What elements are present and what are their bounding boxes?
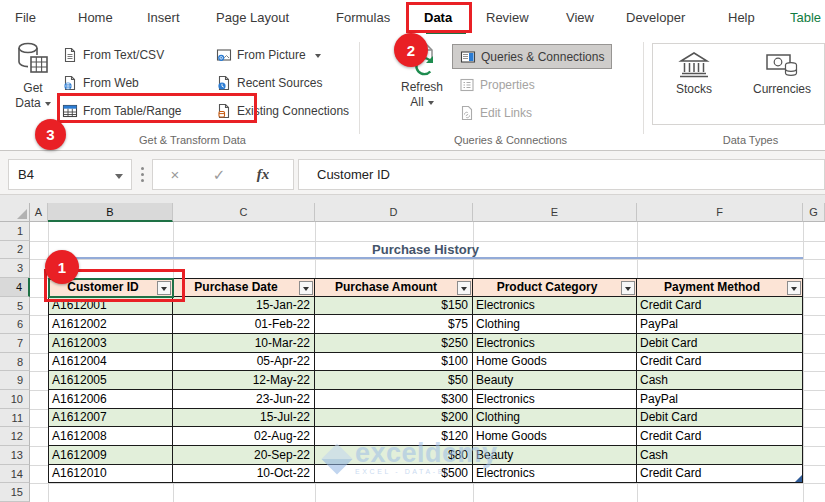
cell[interactable]: $150 (315, 297, 473, 316)
cell[interactable]: A1612002 (48, 315, 173, 334)
cell[interactable]: Credit Card (637, 427, 803, 446)
table-header-payment-method[interactable]: Payment Method (637, 278, 803, 297)
cell[interactable]: $300 (315, 390, 473, 409)
from-web-button[interactable]: From Web (62, 73, 139, 93)
from-picture-button[interactable]: From Picture (216, 45, 321, 65)
row-header-8[interactable]: 8 (0, 353, 30, 372)
row-header-14[interactable]: 14 (0, 465, 30, 484)
cell[interactable]: A1612007 (48, 409, 173, 428)
recent-sources-button[interactable]: Recent Sources (216, 73, 322, 93)
cell[interactable]: Electronics (473, 465, 637, 484)
row-header-7[interactable]: 7 (0, 334, 30, 353)
cell[interactable]: A1612006 (48, 390, 173, 409)
cell[interactable]: Clothing (473, 409, 637, 428)
cell[interactable]: Debit Card (637, 409, 803, 428)
ribbon-tab-file[interactable]: File (15, 0, 36, 36)
cell[interactable]: 12-May-22 (173, 371, 315, 390)
row-header-5[interactable]: 5 (0, 297, 30, 316)
cell[interactable]: Cash (637, 446, 803, 465)
name-box-dropdown-icon[interactable] (115, 174, 123, 183)
properties-button[interactable]: Properties (459, 75, 535, 95)
currencies-button[interactable]: Currencies (745, 50, 819, 97)
column-header-e[interactable]: E (473, 203, 637, 222)
row-header-6[interactable]: 6 (0, 315, 30, 334)
cell[interactable]: 01-Feb-22 (173, 315, 315, 334)
enter-button[interactable]: ✓ (197, 166, 241, 184)
select-all-button[interactable] (0, 203, 30, 222)
ribbon-tab-developer[interactable]: Developer (626, 0, 685, 36)
cell[interactable]: 05-Apr-22 (173, 353, 315, 372)
cell[interactable]: $250 (315, 334, 473, 353)
row-header-12[interactable]: 12 (0, 427, 30, 446)
ribbon-tab-formulas[interactable]: Formulas (336, 0, 390, 36)
filter-dropdown-button[interactable] (621, 281, 635, 295)
edit-links-button[interactable]: Edit Links (459, 103, 532, 123)
row-header-3[interactable]: 3 (0, 259, 30, 278)
ribbon-tab-review[interactable]: Review (486, 0, 529, 36)
cell[interactable]: PayPal (637, 315, 803, 334)
cell[interactable]: 23-Jun-22 (173, 390, 315, 409)
queries-connections-button[interactable]: Queries & Connections (452, 44, 612, 69)
table-header-product-category[interactable]: Product Category (473, 278, 637, 297)
cell[interactable]: Credit Card (637, 465, 803, 484)
row-header-13[interactable]: 13 (0, 446, 30, 465)
cell[interactable]: A1612010 (48, 465, 173, 484)
cell[interactable]: Home Goods (473, 427, 637, 446)
row-header-10[interactable]: 10 (0, 390, 30, 409)
cell[interactable]: Clothing (473, 315, 637, 334)
ribbon-tab-help[interactable]: Help (728, 0, 755, 36)
column-header-d[interactable]: D (315, 203, 473, 222)
cell[interactable]: Beauty (473, 446, 637, 465)
stocks-button[interactable]: Stocks (663, 50, 725, 97)
row-header-4[interactable]: 4 (0, 278, 30, 297)
cell[interactable]: Electronics (473, 390, 637, 409)
ribbon-tab-insert[interactable]: Insert (147, 0, 180, 36)
cell[interactable]: Electronics (473, 297, 637, 316)
row-header-2[interactable]: 2 (0, 241, 30, 260)
cell[interactable]: 10-Oct-22 (173, 465, 315, 484)
cell[interactable]: A1612003 (48, 334, 173, 353)
column-header-b[interactable]: B (48, 203, 173, 222)
cell[interactable]: A1612008 (48, 427, 173, 446)
ribbon-tab-view[interactable]: View (566, 0, 594, 36)
ribbon-tab-home[interactable]: Home (78, 0, 113, 36)
cell[interactable]: Beauty (473, 371, 637, 390)
column-header-f[interactable]: F (637, 203, 803, 222)
cell[interactable]: PayPal (637, 390, 803, 409)
column-header-c[interactable]: C (173, 203, 315, 222)
from-text-csv-button[interactable]: From Text/CSV (62, 45, 164, 65)
cell[interactable]: Cash (637, 371, 803, 390)
name-box[interactable]: B4 (8, 159, 132, 190)
row-header-11[interactable]: 11 (0, 409, 30, 428)
cell[interactable]: 15-Jul-22 (173, 409, 315, 428)
table-resize-handle[interactable] (795, 475, 802, 482)
insert-function-button[interactable]: fx (241, 166, 285, 183)
formula-bar-drag-handle[interactable] (141, 167, 144, 182)
filter-dropdown-button[interactable] (787, 281, 801, 295)
column-header-a[interactable]: A (30, 203, 48, 222)
cell[interactable]: A1612005 (48, 371, 173, 390)
cell[interactable]: 20-Sep-22 (173, 446, 315, 465)
column-header-g[interactable]: G (803, 203, 825, 222)
row-header-9[interactable]: 9 (0, 371, 30, 390)
cell[interactable]: $80 (315, 446, 473, 465)
cell[interactable]: $75 (315, 315, 473, 334)
cancel-button[interactable]: × (153, 166, 197, 183)
cell[interactable]: $200 (315, 409, 473, 428)
cell[interactable]: 02-Aug-22 (173, 427, 315, 446)
cell[interactable]: $500 (315, 465, 473, 484)
row-header-15[interactable]: 15 (0, 483, 30, 502)
cell[interactable]: A1612009 (48, 446, 173, 465)
ribbon-tab-page-layout[interactable]: Page Layout (216, 0, 289, 36)
cell[interactable]: Electronics (473, 334, 637, 353)
table-header-purchase-amount[interactable]: Purchase Amount (315, 278, 473, 297)
cell[interactable]: Debit Card (637, 334, 803, 353)
cell[interactable]: $50 (315, 371, 473, 390)
formula-input[interactable]: Customer ID (298, 159, 825, 190)
cell[interactable]: $120 (315, 427, 473, 446)
ribbon-tab-table[interactable]: Table (790, 0, 821, 36)
row-header-1[interactable]: 1 (0, 222, 30, 241)
cell[interactable]: Credit Card (637, 353, 803, 372)
cell[interactable]: 15-Jan-22 (173, 297, 315, 316)
cell[interactable]: 10-Mar-22 (173, 334, 315, 353)
